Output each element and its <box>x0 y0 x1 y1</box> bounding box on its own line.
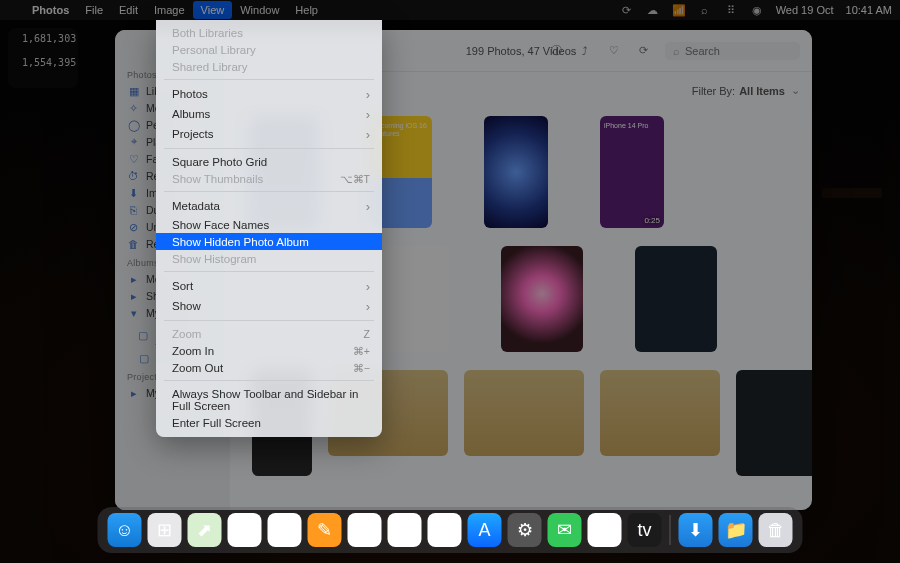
menu-window[interactable]: Window <box>232 1 287 19</box>
chevron-right-icon <box>366 299 370 314</box>
menu-help[interactable]: Help <box>287 1 326 19</box>
thumb-group-photo-3[interactable] <box>600 370 720 456</box>
menubar-time[interactable]: 10:41 AM <box>846 4 892 16</box>
menu-item-label: Photos <box>172 88 208 100</box>
video-duration: 0:25 <box>644 216 660 225</box>
rotate-icon[interactable]: ⟳ <box>636 44 650 58</box>
thumb-bowie-portrait[interactable] <box>635 246 717 352</box>
menu-item-personal-library: Personal Library <box>156 41 382 58</box>
dock-downloads[interactable]: ⬇ <box>679 513 713 547</box>
menu-item-label: Sort <box>172 280 193 292</box>
dock-folder[interactable]: 📁 <box>719 513 753 547</box>
menu-item-label: Shared Library <box>172 61 247 73</box>
menu-item-show-hidden-photo-album[interactable]: Show Hidden Photo Album <box>156 233 382 250</box>
dock-finder[interactable]: ☺ <box>108 513 142 547</box>
dock-trash[interactable]: 🗑 <box>759 513 793 547</box>
dock-launchpad[interactable]: ⊞ <box>148 513 182 547</box>
dock: ☺⊞⬈✔≣✎◯✱◯A⚙✉✿tv⬇📁🗑 <box>98 507 803 553</box>
menu-bar: Photos FileEditImageViewWindowHelp ⟳ ☁ 📶… <box>0 0 900 20</box>
dock-safari[interactable]: ✱ <box>388 513 422 547</box>
dock-settings[interactable]: ⚙ <box>508 513 542 547</box>
filter-value: All Items <box>739 85 785 97</box>
sidebar-item-icon: ▾ <box>127 306 140 319</box>
menu-separator <box>164 79 374 80</box>
chevron-right-icon <box>366 107 370 122</box>
thumb-gallery-room[interactable] <box>736 370 812 476</box>
dock-maps[interactable]: ⬈ <box>188 513 222 547</box>
spotlight-icon[interactable]: ⌕ <box>698 3 712 17</box>
dock-appstore[interactable]: A <box>468 513 502 547</box>
menu-item-label: Albums <box>172 108 210 120</box>
menu-item-square-photo-grid[interactable]: Square Photo Grid <box>156 153 382 170</box>
menu-item-label: Zoom <box>172 328 201 340</box>
chevron-down-icon <box>789 84 800 97</box>
menu-item-zoom-out[interactable]: Zoom Out⌘− <box>156 359 382 376</box>
menu-item-show-face-names[interactable]: Show Face Names <box>156 216 382 233</box>
menu-item-photos[interactable]: Photos <box>156 84 382 104</box>
thumb-cherry-blossom[interactable] <box>501 246 583 352</box>
dock-brave[interactable]: ◯ <box>348 513 382 547</box>
filter-control[interactable]: Filter By: All Items <box>692 84 800 97</box>
sidebar-item-icon: ▢ <box>137 329 149 342</box>
menu-file[interactable]: File <box>77 1 111 19</box>
background-strip <box>822 188 882 198</box>
apple-menu[interactable] <box>8 7 20 13</box>
share-icon[interactable]: ⤴ <box>578 44 592 58</box>
favorite-icon[interactable]: ♡ <box>607 44 621 58</box>
sidebar-item-icon: ▦ <box>127 84 140 97</box>
search-input[interactable] <box>685 45 792 57</box>
dock-chrome[interactable]: ◯ <box>428 513 462 547</box>
sidebar-item-icon: ▢ <box>137 351 150 364</box>
menu-item-shared-library: Shared Library <box>156 58 382 75</box>
control-center-icon[interactable]: ⠿ <box>724 3 738 17</box>
dock-apple-tv[interactable]: tv <box>628 513 662 547</box>
menu-item-show-thumbnails: Show Thumbnails⌥⌘T <box>156 170 382 187</box>
menu-item-show[interactable]: Show <box>156 296 382 316</box>
view-menu-dropdown: Both LibrariesPersonal LibraryShared Lib… <box>156 20 382 437</box>
menu-item-label: Show <box>172 300 201 312</box>
dock-separator <box>670 515 671 545</box>
dock-things[interactable]: ✔ <box>228 513 262 547</box>
bg-number-b: 1,554,395 <box>22 57 76 68</box>
search-field[interactable]: ⌕ <box>665 42 800 60</box>
chevron-right-icon <box>366 279 370 294</box>
menu-item-albums[interactable]: Albums <box>156 104 382 124</box>
chevron-right-icon <box>366 127 370 142</box>
menu-item-projects[interactable]: Projects <box>156 124 382 144</box>
bg-number-a: 1,681,303 <box>22 33 76 44</box>
menu-item-sort[interactable]: Sort <box>156 276 382 296</box>
dock-notes[interactable]: ≣ <box>268 513 302 547</box>
menu-item-shortcut: ⌘− <box>353 362 370 374</box>
menubar-date[interactable]: Wed 19 Oct <box>776 4 834 16</box>
dock-messages[interactable]: ✉ <box>548 513 582 547</box>
wifi-icon[interactable]: 📶 <box>672 3 686 17</box>
app-menu[interactable]: Photos <box>24 1 77 19</box>
menu-item-label: Show Thumbnails <box>172 173 263 185</box>
menu-item-metadata[interactable]: Metadata <box>156 196 382 216</box>
menu-view[interactable]: View <box>193 1 233 19</box>
menu-item-label: Show Histogram <box>172 253 256 265</box>
sidebar-item-icon: ⊘ <box>127 220 140 233</box>
thumb-title: iPhone 14 Pro <box>604 122 648 130</box>
dock-photos[interactable]: ✿ <box>588 513 622 547</box>
thumb-iphone14pro[interactable]: iPhone 14 Pro0:25 <box>600 116 664 228</box>
thumb-blue-orb[interactable] <box>484 116 548 228</box>
sync-icon[interactable]: ⟳ <box>620 3 634 17</box>
menu-separator <box>164 148 374 149</box>
menu-item-label: Show Face Names <box>172 219 269 231</box>
menu-item-enter-full-screen[interactable]: Enter Full Screen <box>156 414 382 431</box>
menu-item-always-show-toolbar-and-sidebar-in-full-screen[interactable]: Always Show Toolbar and Sidebar in Full … <box>156 385 382 414</box>
menu-item-zoom-in[interactable]: Zoom In⌘+ <box>156 342 382 359</box>
menu-item-label: Both Libraries <box>172 27 243 39</box>
menu-edit[interactable]: Edit <box>111 1 146 19</box>
cloud-icon[interactable]: ☁ <box>646 3 660 17</box>
sidebar-item-icon: ⌖ <box>127 135 140 148</box>
sidebar-item-icon: ✧ <box>127 101 140 114</box>
menu-item-shortcut: ⌘+ <box>353 345 370 357</box>
dock-pages[interactable]: ✎ <box>308 513 342 547</box>
thumb-group-photo-2[interactable] <box>464 370 584 456</box>
menu-item-label: Enter Full Screen <box>172 417 261 429</box>
siri-icon[interactable]: ◉ <box>750 3 764 17</box>
menu-image[interactable]: Image <box>146 1 193 19</box>
menu-item-label: Personal Library <box>172 44 256 56</box>
